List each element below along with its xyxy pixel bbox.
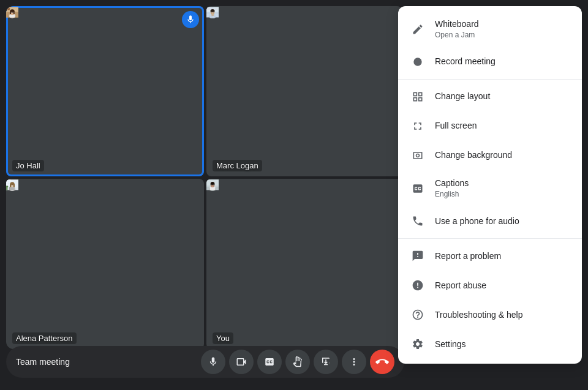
menu-item-captions-text: Captions English xyxy=(435,178,469,199)
svg-point-59 xyxy=(7,186,8,187)
menu-item-troubleshoot-text: Troubleshooting & help xyxy=(435,309,522,321)
svg-rect-4 xyxy=(7,8,8,10)
svg-point-79 xyxy=(13,185,13,186)
svg-rect-42 xyxy=(211,11,211,12)
svg-point-11 xyxy=(15,12,16,12)
svg-point-95 xyxy=(213,185,214,186)
menu-item-phone-audio[interactable]: Use a phone for audio xyxy=(398,206,582,236)
menu-item-settings-text: Settings xyxy=(435,339,466,351)
svg-rect-17 xyxy=(10,11,11,14)
svg-point-90 xyxy=(211,186,211,186)
menu-item-background-text: Change background xyxy=(435,149,512,162)
whiteboard-sublabel: Open a Jam xyxy=(435,31,479,40)
svg-point-21 xyxy=(12,12,12,13)
fullscreen-icon xyxy=(410,119,425,133)
menu-item-whiteboard-text: Whiteboard Open a Jam xyxy=(435,18,479,40)
background-icon xyxy=(410,148,425,163)
menu-item-record[interactable]: Record meeting xyxy=(398,47,582,77)
participant-name-jo-hall: Jo Hall xyxy=(12,160,44,171)
svg-point-49 xyxy=(213,15,214,16)
video-tile-alena-patterson: Alena Patterson xyxy=(6,179,204,349)
fullscreen-label: Full screen xyxy=(435,120,477,132)
svg-rect-88 xyxy=(211,184,211,186)
layout-label: Change layout xyxy=(435,91,490,103)
report-problem-label: Report a problem xyxy=(435,250,501,263)
menu-divider-2 xyxy=(398,238,582,239)
phone-audio-icon xyxy=(410,214,425,228)
background-label: Change background xyxy=(435,149,512,162)
meeting-toolbar: Team meeting xyxy=(6,346,404,378)
menu-item-troubleshoot[interactable]: Troubleshooting & help xyxy=(398,300,582,329)
troubleshoot-label: Troubleshooting & help xyxy=(435,309,522,321)
menu-item-captions[interactable]: Captions English xyxy=(398,170,582,206)
svg-rect-26 xyxy=(207,8,210,10)
settings-label: Settings xyxy=(435,339,466,351)
svg-point-22 xyxy=(13,12,13,13)
svg-rect-32 xyxy=(210,14,211,18)
menu-item-phone-audio-text: Use a phone for audio xyxy=(435,216,519,228)
menu-item-report-problem-text: Report a problem xyxy=(435,250,501,263)
participant-name-alena-patterson: Alena Patterson xyxy=(12,332,77,344)
svg-rect-37 xyxy=(214,14,214,18)
active-speaker-indicator xyxy=(182,11,199,28)
svg-rect-38 xyxy=(214,14,215,18)
menu-item-fullscreen-text: Full screen xyxy=(435,120,477,132)
toolbar-controls xyxy=(201,350,394,374)
menu-item-whiteboard[interactable]: Whiteboard Open a Jam xyxy=(398,11,582,47)
svg-point-47 xyxy=(213,12,214,13)
participant-name-you: You xyxy=(213,332,233,344)
svg-rect-28 xyxy=(214,8,218,10)
record-label: Record meeting xyxy=(435,56,496,68)
svg-rect-33 xyxy=(211,14,211,18)
menu-item-report-problem[interactable]: Report a problem xyxy=(398,241,582,271)
cc-icon xyxy=(410,181,425,196)
menu-item-settings[interactable]: Settings xyxy=(398,329,582,359)
captions-label: Captions xyxy=(435,178,469,190)
meeting-name-label: Team meeting xyxy=(16,357,70,367)
more-options-button[interactable] xyxy=(342,350,366,374)
menu-item-layout[interactable]: Change layout xyxy=(398,82,582,111)
menu-item-report-abuse-text: Report abuse xyxy=(435,280,486,292)
report-problem-icon xyxy=(410,249,425,263)
menu-item-layout-text: Change layout xyxy=(435,91,490,103)
video-tile-jo-hall: Jo Hall xyxy=(6,6,204,176)
menu-item-record-text: Record meeting xyxy=(435,56,496,68)
svg-rect-5 xyxy=(7,8,8,10)
menu-item-fullscreen[interactable]: Full screen xyxy=(398,111,582,141)
present-button[interactable] xyxy=(314,350,338,374)
video-tile-you: You xyxy=(206,179,404,349)
pencil-icon xyxy=(410,22,425,37)
troubleshoot-icon xyxy=(410,307,425,322)
report-abuse-icon xyxy=(410,278,425,293)
context-menu: Whiteboard Open a Jam Record meeting Cha… xyxy=(398,6,582,364)
camera-button[interactable] xyxy=(229,350,254,374)
svg-point-96 xyxy=(413,58,421,66)
svg-rect-8 xyxy=(9,8,10,10)
svg-rect-34 xyxy=(211,14,212,18)
end-call-button[interactable] xyxy=(370,350,394,374)
microphone-button[interactable] xyxy=(201,350,225,374)
svg-rect-7 xyxy=(9,8,9,10)
video-grid: Jo Hall xyxy=(6,6,404,349)
svg-point-46 xyxy=(211,12,212,13)
phone-audio-label: Use a phone for audio xyxy=(435,216,519,228)
svg-point-94 xyxy=(211,185,212,186)
layout-icon xyxy=(410,89,425,104)
captions-sublabel: English xyxy=(435,190,469,200)
svg-rect-43 xyxy=(214,11,214,12)
menu-divider-1 xyxy=(398,79,582,80)
menu-item-report-abuse[interactable]: Report abuse xyxy=(398,271,582,300)
menu-item-background[interactable]: Change background xyxy=(398,141,582,170)
video-tile-marc-logan: Marc Logan xyxy=(206,6,404,176)
settings-icon xyxy=(410,337,425,351)
svg-rect-18 xyxy=(13,11,15,14)
svg-rect-6 xyxy=(8,8,9,10)
participant-name-marc-logan: Marc Logan xyxy=(213,160,262,171)
report-abuse-label: Report abuse xyxy=(435,280,486,292)
captions-button[interactable] xyxy=(257,350,282,374)
record-icon xyxy=(410,54,425,69)
svg-point-91 xyxy=(214,186,215,186)
svg-point-78 xyxy=(11,185,12,186)
raise-hand-button[interactable] xyxy=(285,350,310,374)
whiteboard-label: Whiteboard xyxy=(435,18,479,31)
